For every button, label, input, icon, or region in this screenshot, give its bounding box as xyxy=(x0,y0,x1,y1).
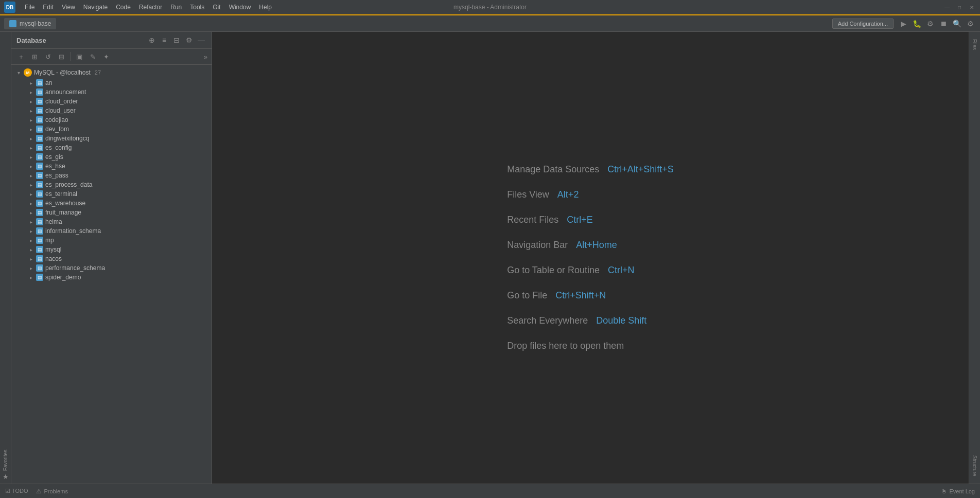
list-item[interactable]: es_gis xyxy=(11,152,212,162)
tree-item-label: performance_schema xyxy=(45,264,105,272)
menu-view[interactable]: View xyxy=(59,3,78,12)
tree-item-chevron[interactable] xyxy=(28,200,34,206)
list-item[interactable]: spider_demo xyxy=(11,273,212,282)
list-item[interactable]: es_terminal xyxy=(11,189,212,199)
list-item[interactable]: es_warehouse xyxy=(11,199,212,208)
welcome-shortcut-3: Ctrl+E xyxy=(567,215,593,225)
close-button[interactable]: ✕ xyxy=(968,3,976,11)
problems-label[interactable]: ⚠ Problems xyxy=(36,488,67,495)
list-item[interactable]: es_process_data xyxy=(11,180,212,189)
tree-item-chevron[interactable] xyxy=(28,80,34,86)
tree-item-chevron[interactable] xyxy=(28,154,34,160)
debug-icon[interactable]: 🐛 xyxy=(911,18,922,29)
maximize-button[interactable]: □ xyxy=(955,3,964,11)
list-item[interactable]: cloud_order xyxy=(11,97,212,106)
list-item[interactable]: an xyxy=(11,78,212,87)
list-item[interactable]: es_config xyxy=(11,143,212,152)
list-item[interactable]: es_hse xyxy=(11,162,212,171)
tree-item-chevron[interactable] xyxy=(28,228,34,234)
tree-item-chevron[interactable] xyxy=(28,117,34,123)
list-item[interactable]: information_schema xyxy=(11,226,212,236)
db-item-icon xyxy=(36,135,43,142)
tree-item-chevron[interactable] xyxy=(28,209,34,216)
minimize-button[interactable]: — xyxy=(943,3,951,11)
list-item[interactable]: mysql xyxy=(11,245,212,254)
files-strip-label[interactable]: Files xyxy=(971,36,978,53)
db-minimize-button[interactable]: — xyxy=(196,35,206,45)
structure-strip-label[interactable]: Structure xyxy=(971,452,978,479)
tree-item-chevron[interactable] xyxy=(28,265,34,271)
menu-file[interactable]: File xyxy=(22,3,38,12)
list-item[interactable]: cloud_user xyxy=(11,106,212,115)
welcome-panel: Manage Data Sources Ctrl+Alt+Shift+S Fil… xyxy=(507,164,674,351)
tree-item-label: nacos xyxy=(45,255,62,262)
db-list-button[interactable]: ≡ xyxy=(159,35,169,45)
tree-item-chevron[interactable] xyxy=(28,237,34,243)
welcome-text-7: Search Everywhere xyxy=(507,315,588,326)
coverage-icon[interactable]: ⚙ xyxy=(924,18,936,29)
tree-item-label: es_terminal xyxy=(45,190,77,198)
tree-item-chevron[interactable] xyxy=(28,108,34,114)
tree-item-chevron[interactable] xyxy=(28,126,34,132)
list-item[interactable]: announcement xyxy=(11,87,212,97)
db-grid-button[interactable]: ⊞ xyxy=(29,51,40,62)
tree-item-chevron[interactable] xyxy=(28,89,34,95)
tree-item-chevron[interactable] xyxy=(28,219,34,225)
event-log-label[interactable]: 🖱 Event Log xyxy=(941,488,975,495)
settings-icon[interactable]: ⚙ xyxy=(965,18,976,29)
welcome-row-4: Navigation Bar Alt+Home xyxy=(507,240,674,251)
menu-refactor[interactable]: Refactor xyxy=(136,3,165,12)
tree-root-mysql[interactable]: M MySQL - @localhost 27 xyxy=(11,67,212,78)
list-item[interactable]: nacos xyxy=(11,254,212,263)
menu-git[interactable]: Git xyxy=(209,3,223,12)
search-everywhere-icon[interactable]: 🔍 xyxy=(951,18,962,29)
menu-navigate[interactable]: Navigate xyxy=(80,3,111,12)
db-new-button[interactable]: + xyxy=(15,51,27,62)
tree-item-chevron[interactable] xyxy=(28,274,34,280)
db-settings-button[interactable]: ⚙ xyxy=(184,35,194,45)
db-table-button[interactable]: ▣ xyxy=(74,51,85,62)
menu-code[interactable]: Code xyxy=(113,3,134,12)
tree-item-chevron[interactable] xyxy=(28,256,34,262)
db-add-button[interactable]: ⊕ xyxy=(147,35,157,45)
list-item[interactable]: dev_fom xyxy=(11,124,212,134)
db-more-button[interactable]: » xyxy=(204,53,207,61)
menu-run[interactable]: Run xyxy=(167,3,185,12)
db-tree[interactable]: M MySQL - @localhost 27 an announcement … xyxy=(11,65,212,484)
list-item[interactable]: heima xyxy=(11,217,212,226)
tree-item-chevron[interactable] xyxy=(28,163,34,169)
db-edit-button[interactable]: ✎ xyxy=(87,51,98,62)
tree-root-chevron[interactable] xyxy=(15,69,22,76)
todo-label[interactable]: ☑ TODO xyxy=(5,488,28,494)
db-refresh-button[interactable]: ↺ xyxy=(42,51,54,62)
list-item[interactable]: dingweixitongcq xyxy=(11,134,212,143)
tree-item-chevron[interactable] xyxy=(28,246,34,253)
menu-edit[interactable]: Edit xyxy=(40,3,57,12)
menu-window[interactable]: Window xyxy=(226,3,254,12)
favorites-star-icon[interactable]: ★ xyxy=(3,473,9,481)
project-tab[interactable]: mysql-base xyxy=(4,18,56,29)
tree-item-chevron[interactable] xyxy=(28,98,34,104)
stop-icon[interactable]: ⏹ xyxy=(938,18,949,29)
tree-item-chevron[interactable] xyxy=(28,191,34,197)
list-item[interactable]: performance_schema xyxy=(11,263,212,273)
list-item[interactable]: es_pass xyxy=(11,171,212,180)
tree-item-chevron[interactable] xyxy=(28,172,34,179)
status-bar: ☑ TODO ⚠ Problems 🖱 Event Log xyxy=(0,484,980,498)
tree-item-chevron[interactable] xyxy=(28,182,34,188)
list-item[interactable]: codejiao xyxy=(11,115,212,124)
favorites-label[interactable]: Favorites xyxy=(3,450,8,471)
db-star-button[interactable]: ✦ xyxy=(100,51,112,62)
add-config-button[interactable]: Add Configuration... xyxy=(832,19,894,29)
menu-tools[interactable]: Tools xyxy=(187,3,207,12)
tree-item-chevron[interactable] xyxy=(28,135,34,141)
db-collapse-button[interactable]: ⊟ xyxy=(171,35,182,45)
tree-item-chevron[interactable] xyxy=(28,145,34,151)
list-item[interactable]: fruit_manage xyxy=(11,208,212,217)
run-icon[interactable]: ▶ xyxy=(898,18,909,29)
db-item-icon xyxy=(36,79,43,86)
list-item[interactable]: mp xyxy=(11,236,212,245)
db-filter-button[interactable]: ⊟ xyxy=(56,51,67,62)
welcome-text-5: Go to Table or Routine xyxy=(507,265,600,276)
menu-help[interactable]: Help xyxy=(256,3,275,12)
